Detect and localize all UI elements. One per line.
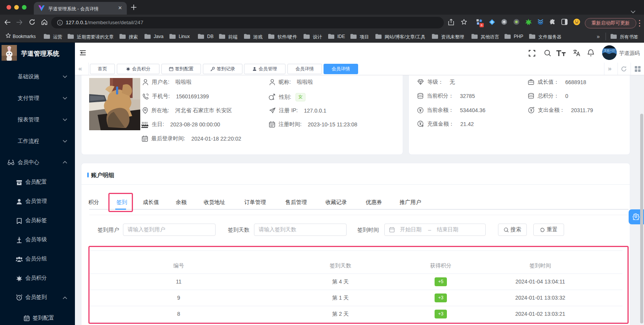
svg-text:文也一汀: 文也一汀	[604, 49, 615, 52]
